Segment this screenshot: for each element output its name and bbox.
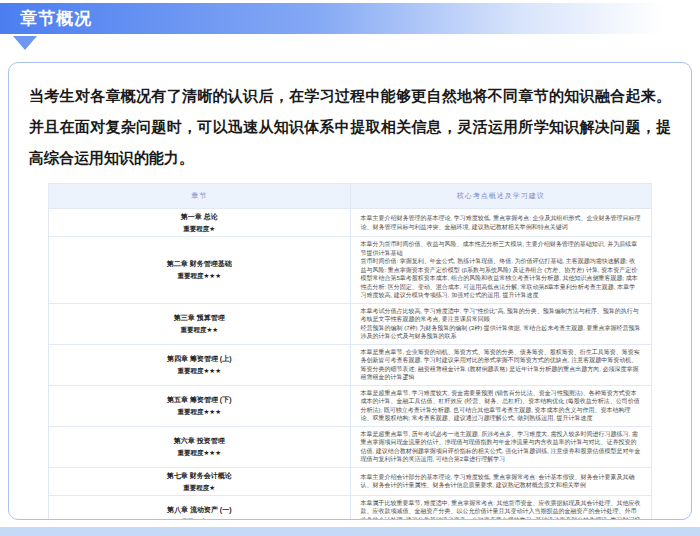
- table-row: 第一章 总论 重要程度★ 本章主要介绍财务管理的基本理论, 学习难度较低, 重点…: [49, 209, 652, 237]
- table-row: 第五章 筹资管理 (下) 重要程度★★★ 本章是超重点章节, 学习难度较大, 资…: [49, 385, 652, 426]
- intro-paragraph: 当考生对各章概况有了清晰的认识后，在学习过程中能够更自然地将不同章节的知识融合起…: [29, 80, 671, 173]
- description-cell: 本章主要介绍财务管理的基本理论, 学习难度较低, 重点掌握考点: 企业及其组织形…: [350, 209, 652, 237]
- description-cell: 本章是重点章节, 企业筹资的动机、筹资方式、筹资的分类、债务筹资、股权筹资、衍生…: [350, 344, 652, 385]
- table-row: 第七章 财务会计概论 重要程度★ 本章主要介绍会计部分的基本理论, 学习难度较低…: [49, 467, 652, 495]
- chapter-cell: 第二章 财务管理基础 重要程度★★★: [49, 237, 351, 304]
- chapter-cell: 第四章 筹资管理 (上) 重要程度★★★: [49, 344, 351, 385]
- chapter-name: 第二章 财务管理基础: [55, 259, 344, 269]
- table-row: 第三章 预算管理 重要程度★★ 本章考试分值占比较高, 学习难度适中, 学习"性…: [49, 303, 652, 344]
- importance-label: 重要程度★: [55, 483, 344, 492]
- chapter-cell: 第五章 筹资管理 (下) 重要程度★★★: [49, 385, 351, 426]
- column-header-chapter: 章节: [49, 184, 351, 209]
- description-cell: 本章主要介绍会计部分的基本理论, 学习难度较低, 重点掌握常考点: 会计基本假设…: [350, 467, 652, 495]
- section-header-banner: 章节概况: [0, 3, 700, 34]
- column-header-overview: 核心考点概述及学习建议: [350, 184, 652, 209]
- description-cell: 本章分为货币时间价值、收益与风险、成本性态分析三大模块, 主要介绍财务管理的基础…: [350, 237, 652, 304]
- content-card: 当考生对各章概况有了清晰的认识后，在学习过程中能够更自然地将不同章节的知识融合起…: [8, 62, 692, 520]
- table-row: 第二章 财务管理基础 重要程度★★★ 本章分为货币时间价值、收益与风险、成本性态…: [49, 237, 652, 304]
- description-cell: 本章属于比较重要章节, 难度适中, 重点掌握常考点: 其他货币资金、应收票据贴现…: [350, 495, 652, 520]
- chapter-name: 第六章 投资管理: [55, 436, 344, 446]
- importance-label: 重要程度★★★: [55, 407, 344, 416]
- chapter-cell: 第七章 财务会计概论 重要程度★: [49, 467, 351, 495]
- chapter-name: 第一章 总论: [55, 212, 344, 222]
- chapters-table: 章节 核心考点概述及学习建议 第一章 总论 重要程度★ 本章主要介绍财务管理的基…: [48, 183, 652, 520]
- chapter-cell: 第三章 预算管理 重要程度★★: [49, 303, 351, 344]
- importance-label: 重要程度★★★: [55, 448, 344, 457]
- table-row: 第四章 筹资管理 (上) 重要程度★★★ 本章是重点章节, 企业筹资的动机、筹资…: [49, 344, 652, 385]
- table-row: 第六章 投资管理 重要程度★★★ 本章是超重点章节, 历年考试必考一道主观题, …: [49, 426, 652, 467]
- importance-label: 重要程度★★★: [55, 271, 344, 280]
- chapter-cell: 第一章 总论 重要程度★: [49, 209, 351, 237]
- chapter-cell: 第八章 流动资产 (一) 重要程度★★: [49, 495, 351, 520]
- importance-label: 重要程度★★: [55, 325, 344, 334]
- importance-label: 重要程度★: [55, 224, 344, 233]
- importance-label: 重要程度★★: [55, 517, 344, 520]
- chapter-name: 第五章 筹资管理 (下): [55, 395, 344, 405]
- description-cell: 本章考试分值占比较高, 学习难度适中, 学习"性价比"高, 预算的分类、预算编制…: [350, 303, 652, 344]
- importance-label: 重要程度★★★: [55, 366, 344, 375]
- table-row: 第八章 流动资产 (一) 重要程度★★ 本章属于比较重要章节, 难度适中, 重点…: [49, 495, 652, 520]
- description-cell: 本章是超重点章节, 历年考试必考一道主观题, 所涉考点多、学习难度大, 需投入较…: [350, 426, 652, 467]
- bottom-section-band: [0, 527, 700, 536]
- pointer-triangle-icon: [13, 36, 37, 50]
- description-cell: 本章是超重点章节, 学习难度较大, 资金需要量预测 (销售百分比法、资金习性预测…: [350, 385, 652, 426]
- chapter-name: 第三章 预算管理: [55, 313, 344, 323]
- chapter-name: 第四章 筹资管理 (上): [55, 354, 344, 364]
- table-header-row: 章节 核心考点概述及学习建议: [49, 184, 652, 209]
- chapter-name: 第八章 流动资产 (一): [55, 505, 344, 515]
- chapter-cell: 第六章 投资管理 重要程度★★★: [49, 426, 351, 467]
- chapter-name: 第七章 财务会计概论: [55, 471, 344, 481]
- section-title: 章节概况: [0, 3, 92, 34]
